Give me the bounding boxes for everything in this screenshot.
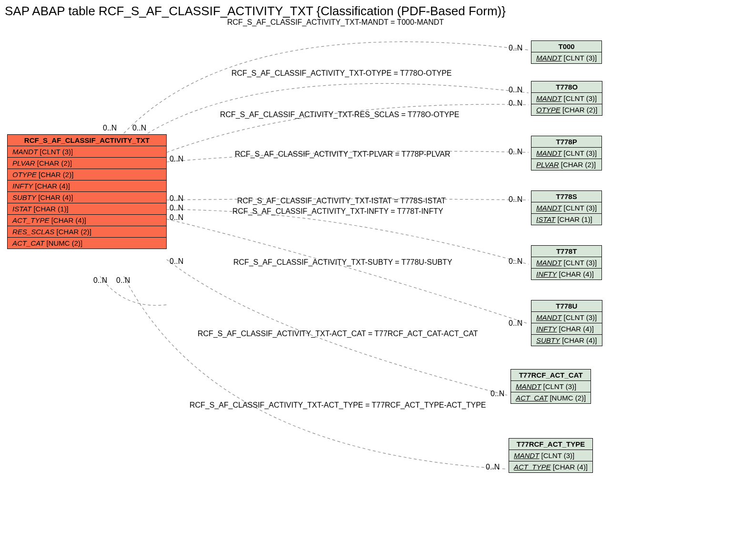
cardinality: 0..N [509,86,522,94]
cardinality: 0..N [509,257,522,266]
entity-main-name: RCF_S_AF_CLASSIF_ACTIVITY_TXT [8,135,166,146]
relation-label: RCF_S_AF_CLASSIF_ACTIVITY_TXT-ISTAT = T7… [237,197,446,205]
cardinality: 0..N [170,194,183,203]
cardinality: 0..N [509,148,522,156]
relation-label: RCF_S_AF_CLASSIF_ACTIVITY_TXT-INFTY = T7… [232,207,443,216]
field-row: INFTY [CHAR (4)] [8,180,166,192]
entity-main: RCF_S_AF_CLASSIF_ACTIVITY_TXT MANDT [CLN… [7,134,167,249]
field-row: MANDT [CLNT (3)] [531,93,602,104]
entity-t000: T000 MANDT [CLNT (3)] [531,40,602,64]
field-row: RES_SCLAS [CHAR (2)] [8,226,166,238]
cardinality: 0..N [170,155,183,163]
entity-t778o: T778O MANDT [CLNT (3)] OTYPE [CHAR (2)] [531,81,602,116]
field-row: INFTY [CHAR (4)] [531,269,601,280]
entity-t778s: T778S MANDT [CLNT (3)] ISTAT [CHAR (1)] [531,190,602,225]
cardinality: 0..N [170,213,183,222]
field-row: SUBTY [CHAR (4)] [531,335,602,346]
entity-name: T77RCF_ACT_CAT [511,370,591,381]
field-row: MANDT [CLNT (3)] [8,146,166,158]
cardinality: 0..N [103,124,117,132]
cardinality: 0..N [170,204,183,212]
field-row: PLVAR [CHAR (2)] [8,158,166,169]
relation-label: RCF_S_AF_CLASSIF_ACTIVITY_TXT-OTYPE = T7… [231,69,452,78]
entity-t778t: T778T MANDT [CLNT (3)] INFTY [CHAR (4)] [531,245,602,280]
cardinality: 0..N [509,44,522,52]
field-row: MANDT [CLNT (3)] [531,202,601,214]
cardinality: 0..N [132,124,146,132]
field-row: MANDT [CLNT (3)] [531,148,601,159]
field-row: ISTAT [CHAR (1)] [531,214,601,225]
field-row: MANDT [CLNT (3)] [531,257,601,269]
diagram-title: SAP ABAP table RCF_S_AF_CLASSIF_ACTIVITY… [5,4,506,19]
field-row: MANDT [CLNT (3)] [511,381,591,392]
field-row: ACT_TYPE [CHAR (4)] [8,215,166,226]
field-row: OTYPE [CHAR (2)] [8,169,166,180]
field-row: MANDT [CLNT (3)] [509,450,592,461]
field-row: PLVAR [CHAR (2)] [531,159,601,170]
cardinality: 0..N [116,276,130,285]
cardinality: 0..N [491,390,504,398]
relation-label: RCF_S_AF_CLASSIF_ACTIVITY_TXT-ACT_CAT = … [198,330,478,338]
entity-name: T778S [531,191,601,202]
entity-name: T778T [531,246,601,257]
field-row: SUBTY [CHAR (4)] [8,192,166,203]
entity-name: T778P [531,136,601,148]
field-row: ACT_CAT [NUMC (2)] [511,392,591,403]
cardinality: 0..N [509,195,522,204]
cardinality: 0..N [509,99,522,108]
field-row: MANDT [CLNT (3)] [531,52,601,63]
cardinality: 0..N [509,319,522,328]
entity-name: T000 [531,41,601,52]
entity-name: T77RCF_ACT_TYPE [509,439,592,450]
entity-t778p: T778P MANDT [CLNT (3)] PLVAR [CHAR (2)] [531,136,602,170]
relation-label: RCF_S_AF_CLASSIF_ACTIVITY_TXT-PLVAR = T7… [235,150,450,159]
cardinality: 0..N [93,276,107,285]
relation-label: RCF_S_AF_CLASSIF_ACTIVITY_TXT-MANDT = T0… [227,18,444,27]
cardinality: 0..N [170,257,183,266]
relation-lines [0,0,751,560]
entity-t77rcf-act-type: T77RCF_ACT_TYPE MANDT [CLNT (3)] ACT_TYP… [509,438,593,473]
entity-name: T778U [531,300,602,312]
field-row: ACT_TYPE [CHAR (4)] [509,461,592,472]
field-row: MANDT [CLNT (3)] [531,312,602,323]
entity-t77rcf-act-cat: T77RCF_ACT_CAT MANDT [CLNT (3)] ACT_CAT … [511,369,591,404]
entity-name: T778O [531,81,602,93]
relation-label: RCF_S_AF_CLASSIF_ACTIVITY_TXT-ACT_TYPE =… [190,401,486,410]
field-row: OTYPE [CHAR (2)] [531,104,602,115]
entity-t778u: T778U MANDT [CLNT (3)] INFTY [CHAR (4)] … [531,300,602,346]
relation-label: RCF_S_AF_CLASSIF_ACTIVITY_TXT-SUBTY = T7… [233,258,452,267]
cardinality: 0..N [486,463,500,471]
field-row: ISTAT [CHAR (1)] [8,203,166,215]
field-row: ACT_CAT [NUMC (2)] [8,238,166,249]
field-row: INFTY [CHAR (4)] [531,323,602,335]
relation-label: RCF_S_AF_CLASSIF_ACTIVITY_TXT-RES_SCLAS … [220,110,460,119]
